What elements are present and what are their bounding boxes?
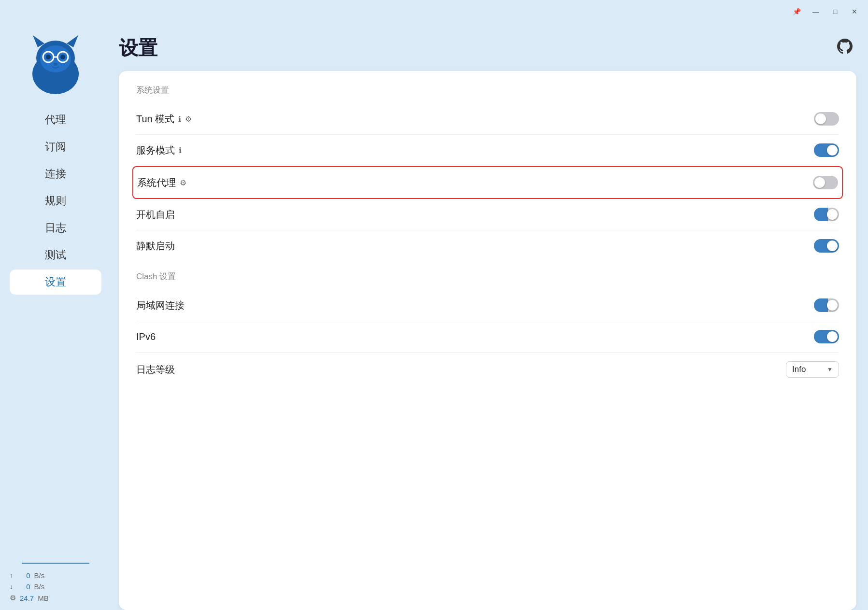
app-body: 代理 订阅 连接 规则 日志 测试 设置 <box>0 23 868 610</box>
sidebar-item-subscribe[interactable]: 订阅 <box>10 134 101 159</box>
pin-icon: 📌 <box>793 8 801 15</box>
sidebar-item-settings[interactable]: 设置 <box>10 270 101 295</box>
download-unit: B/s <box>34 582 45 591</box>
system-proxy-row: 系统代理 ⚙ <box>132 166 843 199</box>
lan-connection-toggle[interactable] <box>814 298 839 312</box>
sidebar-item-connection[interactable]: 连接 <box>10 161 101 186</box>
minimize-button[interactable]: — <box>810 6 822 17</box>
stats: ↑ 0 B/s ↓ 0 B/s ⚙ 24.7 MB <box>10 571 101 602</box>
ipv6-label: IPv6 <box>136 331 156 342</box>
ipv6-toggle[interactable] <box>814 330 839 343</box>
svg-point-8 <box>60 55 65 59</box>
sidebar-item-proxy[interactable]: 代理 <box>10 107 101 132</box>
lan-connection-label: 局域网连接 <box>136 299 185 312</box>
nav-items: 代理 订阅 连接 规则 日志 测试 设置 <box>0 107 111 295</box>
content-area: 设置 系统设置 Tun 模式 ℹ ⚙ <box>111 23 868 610</box>
log-level-row: 日志等级 Info ▼ <box>136 353 839 386</box>
autostart-label: 开机自启 <box>136 208 175 221</box>
close-button[interactable]: ✕ <box>849 6 860 17</box>
tun-mode-toggle[interactable] <box>814 112 839 126</box>
lan-connection-thumb <box>827 300 838 311</box>
autostart-row: 开机自启 <box>136 199 839 230</box>
sidebar-item-rules[interactable]: 规则 <box>10 188 101 213</box>
log-level-label: 日志等级 <box>136 363 175 376</box>
autostart-thumb <box>827 209 838 220</box>
tun-mode-thumb <box>815 113 826 124</box>
dropdown-arrow-icon: ▼ <box>827 366 833 373</box>
system-section-title: 系统设置 <box>136 85 839 96</box>
tun-mode-label: Tun 模式 ℹ ⚙ <box>136 113 192 126</box>
service-mode-toggle[interactable] <box>814 143 839 157</box>
github-icon[interactable] <box>837 39 853 57</box>
titlebar: 📌 — □ ✕ <box>0 0 868 23</box>
clash-section-title: Clash 设置 <box>136 271 839 282</box>
autostart-toggle[interactable] <box>814 208 839 221</box>
close-icon: ✕ <box>852 8 857 15</box>
sidebar: 代理 订阅 连接 规则 日志 测试 设置 <box>0 23 111 610</box>
maximize-icon: □ <box>833 8 837 15</box>
service-mode-label: 服务模式 ℹ <box>136 144 182 157</box>
silent-start-toggle[interactable] <box>814 239 839 253</box>
sidebar-item-test[interactable]: 测试 <box>10 242 101 268</box>
lan-connection-row: 局域网连接 <box>136 290 839 321</box>
download-arrow-icon: ↓ <box>10 583 13 590</box>
app-logo <box>24 33 87 96</box>
page-header: 设置 <box>119 35 856 61</box>
silent-start-label: 静默启动 <box>136 240 175 253</box>
settings-panel: 系统设置 Tun 模式 ℹ ⚙ 服务模式 <box>119 71 856 610</box>
minimize-icon: — <box>812 8 819 15</box>
pin-button[interactable]: 📌 <box>791 6 802 17</box>
sidebar-item-logs[interactable]: 日志 <box>10 215 101 241</box>
sidebar-bottom: ↑ 0 B/s ↓ 0 B/s ⚙ 24.7 MB <box>0 555 111 610</box>
gear-icon: ⚙ <box>10 594 16 602</box>
system-proxy-thumb <box>814 177 825 188</box>
service-mode-thumb <box>827 145 838 156</box>
system-proxy-label: 系统代理 ⚙ <box>137 176 186 189</box>
silent-start-thumb <box>827 241 838 251</box>
upload-value: 0 <box>17 571 30 580</box>
upload-unit: B/s <box>34 571 45 580</box>
service-mode-row: 服务模式 ℹ <box>136 135 839 166</box>
system-proxy-settings-icon[interactable]: ⚙ <box>180 178 186 187</box>
system-settings-section: 系统设置 Tun 模式 ℹ ⚙ 服务模式 <box>136 85 839 261</box>
service-info-icon[interactable]: ℹ <box>179 146 182 155</box>
log-level-value: Info <box>792 365 806 374</box>
silent-start-row: 静默启动 <box>136 230 839 261</box>
ipv6-row: IPv6 <box>136 321 839 353</box>
clash-settings-section: Clash 设置 局域网连接 IPv6 <box>136 271 839 386</box>
download-stat: ↓ 0 B/s <box>10 582 101 591</box>
memory-value: 24.7 <box>20 594 34 602</box>
memory-unit: MB <box>38 594 49 602</box>
tun-settings-icon[interactable]: ⚙ <box>185 114 192 124</box>
memory-stat: ⚙ 24.7 MB <box>10 594 101 602</box>
svg-point-6 <box>46 55 51 59</box>
ipv6-thumb <box>827 331 838 342</box>
tun-info-icon[interactable]: ℹ <box>178 114 181 124</box>
page-title: 设置 <box>119 35 157 61</box>
download-value: 0 <box>17 582 30 591</box>
sidebar-divider <box>22 563 89 564</box>
maximize-button[interactable]: □ <box>829 6 841 17</box>
upload-stat: ↑ 0 B/s <box>10 571 101 580</box>
system-proxy-toggle[interactable] <box>813 176 838 189</box>
log-level-dropdown[interactable]: Info ▼ <box>786 361 839 378</box>
tun-mode-row: Tun 模式 ℹ ⚙ <box>136 103 839 135</box>
upload-arrow-icon: ↑ <box>10 572 13 579</box>
svg-point-10 <box>54 63 57 66</box>
